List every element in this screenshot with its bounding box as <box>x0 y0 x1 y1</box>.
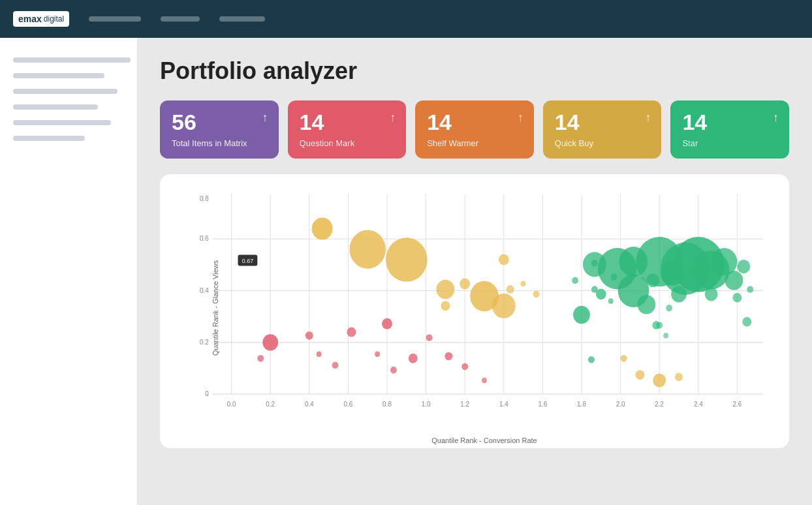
svg-text:0.6: 0.6 <box>344 401 353 408</box>
svg-point-58 <box>460 279 470 290</box>
svg-point-47 <box>390 367 397 374</box>
stat-label-total: Total Items in Matrix <box>172 138 267 148</box>
stat-label-question: Question Mark <box>300 138 395 148</box>
svg-text:1.8: 1.8 <box>577 401 586 408</box>
svg-point-64 <box>499 254 509 266</box>
svg-point-46 <box>375 352 380 357</box>
sidebar <box>0 38 137 505</box>
chart-area: Quantile Rank - Glance Views Quantile Ra… <box>193 187 776 429</box>
svg-point-65 <box>621 355 627 362</box>
svg-point-44 <box>347 328 356 337</box>
svg-point-73 <box>596 288 606 299</box>
svg-point-48 <box>409 354 418 363</box>
svg-point-52 <box>482 378 487 383</box>
stat-cards: 56 Total Items in Matrix ↑ 14 Question M… <box>160 100 789 159</box>
sidebar-line-4[interactable] <box>13 104 98 110</box>
svg-point-50 <box>445 352 452 361</box>
svg-point-71 <box>573 306 590 324</box>
stat-card-total: 56 Total Items in Matrix ↑ <box>160 100 279 159</box>
stat-number-total: 56 <box>172 111 267 133</box>
svg-point-55 <box>386 237 428 282</box>
nav-item-1[interactable] <box>89 16 141 22</box>
arrow-icon-question: ↑ <box>390 111 396 125</box>
svg-point-40 <box>257 355 264 362</box>
stat-label-star: Star <box>682 138 777 148</box>
stat-label-shelf: Shelf Warmer <box>427 138 522 148</box>
sidebar-line-1[interactable] <box>13 57 131 63</box>
svg-text:2.2: 2.2 <box>655 401 664 408</box>
svg-point-53 <box>312 218 333 240</box>
svg-point-96 <box>747 286 753 293</box>
svg-point-45 <box>382 318 392 329</box>
sidebar-line-3[interactable] <box>13 89 117 94</box>
stat-number-star: 14 <box>682 111 777 133</box>
svg-text:0: 0 <box>205 390 209 397</box>
svg-point-92 <box>725 271 743 290</box>
svg-point-61 <box>507 285 514 294</box>
svg-point-97 <box>656 322 663 329</box>
svg-point-75 <box>608 298 614 303</box>
svg-point-99 <box>663 333 668 338</box>
svg-point-54 <box>349 230 386 269</box>
svg-point-95 <box>742 317 751 327</box>
svg-point-51 <box>461 363 468 371</box>
sidebar-line-5[interactable] <box>13 120 111 125</box>
x-axis-label: Quantile Rank - Conversion Rate <box>431 436 537 444</box>
svg-point-39 <box>262 334 278 350</box>
svg-text:0.2: 0.2 <box>200 339 209 346</box>
svg-point-49 <box>426 334 433 341</box>
svg-text:0.4: 0.4 <box>200 286 209 294</box>
y-axis-label: Quantile Rank - Glance Views <box>211 260 219 356</box>
logo-brand: emax <box>18 14 42 24</box>
svg-point-67 <box>653 373 666 387</box>
svg-text:2.6: 2.6 <box>733 401 742 408</box>
stat-number-question: 14 <box>300 111 395 133</box>
svg-point-68 <box>675 373 683 381</box>
arrow-icon-quick: ↑ <box>645 111 651 125</box>
svg-text:0.8: 0.8 <box>200 195 209 202</box>
arrow-icon-shelf: ↑ <box>518 111 523 125</box>
svg-point-93 <box>732 293 742 303</box>
svg-point-42 <box>317 352 322 357</box>
svg-text:2.4: 2.4 <box>694 401 703 408</box>
scatter-chart: 0 0.2 0.4 0.6 0.8 0.0 0.2 0.4 0.6 0.8 1.… <box>193 187 776 429</box>
stat-number-quick: 14 <box>555 111 650 133</box>
stat-card-star: 14 Star ↑ <box>670 100 789 159</box>
svg-text:0.6: 0.6 <box>200 235 209 242</box>
svg-point-98 <box>666 305 672 312</box>
svg-point-62 <box>521 281 526 286</box>
svg-point-60 <box>492 294 516 318</box>
svg-point-94 <box>737 260 750 273</box>
svg-point-76 <box>572 277 578 284</box>
svg-text:1.2: 1.2 <box>460 401 469 408</box>
svg-text:1.0: 1.0 <box>422 401 431 408</box>
page-title: Portfolio analyzer <box>160 57 789 85</box>
arrow-icon-total: ↑ <box>262 111 268 125</box>
stat-card-question: 14 Question Mark ↑ <box>288 100 407 159</box>
stat-card-quick: 14 Quick Buy ↑ <box>543 100 662 159</box>
content-area: Portfolio analyzer 56 Total Items in Mat… <box>137 38 812 505</box>
svg-point-81 <box>637 295 655 314</box>
svg-point-43 <box>332 361 339 369</box>
svg-point-90 <box>705 287 718 301</box>
svg-point-66 <box>635 370 644 380</box>
logo-sub: digital <box>44 14 64 23</box>
sidebar-line-6[interactable] <box>13 136 85 141</box>
svg-point-63 <box>533 291 540 298</box>
svg-text:1.4: 1.4 <box>499 401 508 408</box>
svg-text:1.6: 1.6 <box>539 401 548 408</box>
svg-text:0.67: 0.67 <box>242 258 253 264</box>
nav-item-2[interactable] <box>161 16 200 22</box>
svg-text:0.8: 0.8 <box>383 401 392 408</box>
nav-item-3[interactable] <box>219 16 265 22</box>
svg-text:2.0: 2.0 <box>616 401 625 408</box>
sidebar-line-2[interactable] <box>13 73 104 78</box>
svg-text:0.4: 0.4 <box>305 401 314 408</box>
stat-number-shelf: 14 <box>427 111 522 133</box>
svg-text:0.2: 0.2 <box>266 401 275 408</box>
svg-text:0.0: 0.0 <box>227 401 236 408</box>
svg-point-56 <box>436 280 454 299</box>
stat-card-shelf: 14 Shelf Warmer ↑ <box>415 100 534 159</box>
top-bar: emax digital <box>0 0 812 38</box>
chart-container: Quantile Rank - Glance Views Quantile Ra… <box>160 174 789 448</box>
